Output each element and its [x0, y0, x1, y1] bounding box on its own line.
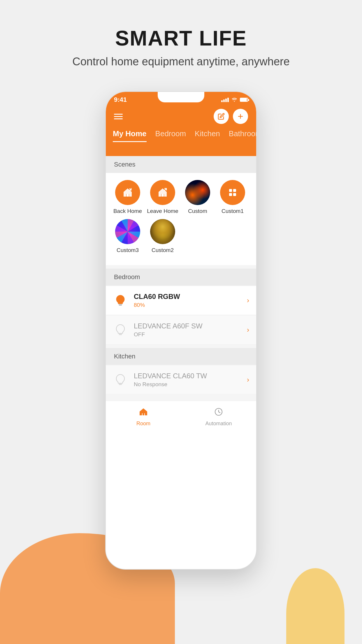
page-title: SMART LIFE [72, 26, 290, 50]
svg-rect-2 [126, 194, 129, 197]
page-subtitle: Control home equipment anytime, anywhere [72, 55, 290, 68]
header-actions [214, 109, 248, 124]
device-cla60-tw-name: LEDVANCE CLA60 TW [134, 372, 247, 380]
phone-mockup: 9:41 [105, 91, 257, 570]
scene-back-home[interactable]: Back Home [112, 180, 144, 214]
svg-rect-8 [119, 304, 122, 305]
scene-custom2-label: Custom2 [152, 247, 174, 253]
device-cla60-tw[interactable]: LEDVANCE CLA60 TW No Response › [106, 365, 256, 394]
device-a60f-status: OFF [134, 331, 247, 338]
scene-custom-icon [185, 180, 210, 205]
scene-leave-home-icon [150, 180, 175, 205]
device-cla60-tw-status: No Response [134, 381, 247, 388]
status-time: 9:41 [114, 96, 127, 104]
bottom-nav: Room Automation [106, 401, 256, 433]
svg-rect-5 [233, 189, 236, 192]
scenes-row-1: Back Home Leave Home [112, 180, 250, 214]
tab-kitchen[interactable]: Kitchen [195, 129, 220, 142]
nav-automation[interactable]: Automation [181, 401, 256, 433]
status-icons [221, 97, 248, 103]
svg-rect-13 [119, 384, 122, 385]
svg-rect-12 [119, 383, 122, 384]
hamburger-menu-button[interactable] [114, 114, 123, 119]
svg-rect-9 [119, 305, 122, 306]
bedroom-section-header: Bedroom [106, 269, 256, 286]
device-a60f-chevron-icon: › [247, 326, 249, 334]
notch [158, 92, 204, 102]
device-a60f[interactable]: LEDVANCE A60F SW OFF › [106, 316, 256, 344]
device-cla60-rgbw-icon-wrap [113, 293, 128, 308]
device-cla60-status: 80% [134, 302, 247, 308]
scene-back-home-label: Back Home [113, 208, 142, 214]
scenes-grid: Back Home Leave Home [106, 173, 256, 265]
edit-button[interactable] [214, 109, 229, 124]
device-cla60-chevron-icon: › [247, 296, 249, 304]
scenes-section-header: Scenes [106, 156, 256, 173]
svg-rect-10 [119, 333, 122, 334]
scene-custom3-icon [115, 219, 140, 244]
nav-automation-label: Automation [205, 421, 232, 427]
device-cla60-info: CLA60 RGBW 80% [134, 293, 247, 308]
bg-blob-yellow [286, 568, 345, 644]
app-header [106, 104, 256, 127]
svg-line-17 [219, 412, 220, 413]
device-cla60-name: CLA60 RGBW [134, 293, 247, 301]
scene-custom2-icon [150, 219, 175, 244]
kitchen-section-header: Kitchen [106, 348, 256, 365]
device-a60f-info: LEDVANCE A60F SW OFF [134, 322, 247, 338]
wifi-icon [231, 97, 238, 103]
home-icon [139, 407, 148, 419]
device-cla60-tw-icon-wrap [113, 372, 128, 387]
app-body: Scenes Back Home [106, 156, 256, 401]
scenes-row-2: Custom3 Custom2 [112, 219, 250, 253]
device-cla60-rgbw[interactable]: CLA60 RGBW 80% › [106, 286, 256, 315]
scene-custom1-icon [220, 180, 245, 205]
svg-rect-3 [161, 194, 164, 197]
nav-room[interactable]: Room [106, 401, 181, 433]
device-cla60-tw-chevron-icon: › [247, 376, 249, 384]
bedroom-section: Bedroom CLA60 RGBW 80% › [106, 269, 256, 344]
tab-bedroom[interactable]: Bedroom [155, 129, 186, 142]
tab-bathroom[interactable]: Bathroom [229, 129, 256, 142]
svg-rect-7 [233, 193, 236, 196]
add-button[interactable] [233, 109, 248, 124]
nav-room-label: Room [136, 421, 150, 427]
device-cla60-tw-info: LEDVANCE CLA60 TW No Response [134, 372, 247, 388]
scene-custom1[interactable]: Custom1 [217, 180, 249, 214]
svg-rect-6 [229, 193, 232, 196]
tabs-row: My Home Bedroom Kitchen Bathroom [106, 127, 256, 142]
battery-icon [240, 98, 248, 102]
signal-bars-icon [221, 98, 229, 102]
phone-top: 9:41 [106, 92, 256, 156]
device-a60f-icon-wrap [113, 322, 128, 337]
kitchen-section: Kitchen LEDVANCE CLA60 TW No Response › [106, 348, 256, 394]
svg-rect-11 [119, 334, 122, 335]
device-a60f-name: LEDVANCE A60F SW [134, 322, 247, 330]
scene-back-home-icon [115, 180, 140, 205]
svg-rect-14 [143, 413, 144, 415]
scene-custom-label: Custom [188, 208, 207, 214]
tab-my-home[interactable]: My Home [113, 129, 147, 142]
scene-leave-home[interactable]: Leave Home [147, 180, 179, 214]
page-header: SMART LIFE Control home equipment anytim… [72, 26, 290, 68]
scene-custom1-label: Custom1 [222, 208, 244, 214]
scene-custom[interactable]: Custom [182, 180, 214, 214]
scene-custom3-label: Custom3 [117, 247, 139, 253]
scene-leave-home-label: Leave Home [147, 208, 178, 214]
clock-icon [214, 407, 223, 419]
scene-custom2[interactable]: Custom2 [147, 219, 179, 253]
scene-custom3[interactable]: Custom3 [112, 219, 144, 253]
svg-rect-4 [229, 189, 232, 192]
